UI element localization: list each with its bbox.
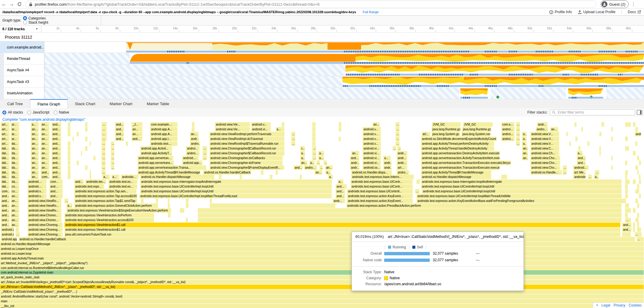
flame-segment[interactable]: com... bbox=[1, 189, 10, 194]
flame-segment[interactable] bbox=[625, 194, 628, 198]
flame-segment[interactable] bbox=[625, 161, 627, 165]
flame-segment[interactable]: an... bbox=[31, 146, 39, 151]
flame-segment[interactable]: android.os.Handler.dispatchMessage bbox=[421, 175, 491, 179]
flame-segment[interactable] bbox=[68, 151, 70, 155]
flame-segment[interactable]: an... bbox=[11, 213, 19, 218]
flame-segment[interactable]: an... bbox=[41, 165, 49, 170]
flame-graph[interactable]: art...ar...a...an...and......and..._J...… bbox=[0, 122, 644, 308]
flame-segment[interactable] bbox=[156, 199, 158, 203]
flame-segment[interactable]: android.app.A... bbox=[150, 132, 177, 136]
flame-segment[interactable]: andr... bbox=[537, 122, 548, 127]
flame-segment[interactable]: a... bbox=[383, 156, 391, 160]
flame-segment[interactable]: a... bbox=[111, 175, 119, 179]
flame-segment[interactable]: an... bbox=[325, 165, 333, 170]
flame-segment[interactable] bbox=[625, 179, 630, 184]
flame-segment[interactable]: an... bbox=[522, 146, 528, 151]
flame-segment[interactable]: android.view.ViewRo... bbox=[28, 208, 61, 213]
flame-segment[interactable]: and... bbox=[52, 151, 61, 155]
flame-segment[interactable]: androidx.test.espresso.action.Tap$1.send… bbox=[74, 199, 137, 203]
flame-segment[interactable] bbox=[68, 146, 70, 151]
flame-segment[interactable]: android.view.Choreog... bbox=[28, 232, 63, 237]
flame-segment[interactable]: android.app.ActivityThread.performDestro… bbox=[421, 141, 494, 146]
flame-segment[interactable]: ... bbox=[102, 122, 107, 127]
flame-segment[interactable] bbox=[569, 141, 571, 146]
flame-segment[interactable]: and... bbox=[52, 141, 61, 146]
flame-segment[interactable] bbox=[300, 175, 302, 179]
flame-segment[interactable] bbox=[68, 141, 70, 146]
track-activity-graph[interactable] bbox=[44, 65, 644, 76]
flame-segment[interactable]: ... bbox=[111, 151, 114, 155]
tab-marker-chart[interactable]: Marker Chart bbox=[102, 99, 140, 108]
flame-segment[interactable]: androidx.test.espresso.base.UiController… bbox=[139, 194, 332, 198]
cookie-link-legal[interactable]: Legal bbox=[601, 303, 610, 307]
flame-segment[interactable]: andr... bbox=[350, 161, 359, 165]
flame-segment[interactable]: android.view.Vie... bbox=[215, 122, 250, 127]
flame-segment[interactable]: _JNIEnv::CallStaticVoidMethod(_jclass*, … bbox=[0, 289, 644, 294]
flame-segment[interactable]: andr... bbox=[190, 137, 199, 141]
track-row-asynctask-3[interactable]: AsyncTask #3 bbox=[0, 76, 644, 87]
flame-segment[interactable]: ... bbox=[595, 170, 599, 175]
flame-segment[interactable]: andr... bbox=[383, 161, 391, 165]
flame-segment[interactable] bbox=[635, 165, 638, 170]
flame-segment[interactable]: android.vi... bbox=[251, 127, 271, 132]
flame-segment[interactable]: java.lang.System.gc bbox=[432, 132, 460, 136]
flame-segment[interactable]: and... bbox=[350, 156, 359, 160]
tab-call-tree[interactable]: Call Tree bbox=[0, 99, 30, 108]
flame-segment[interactable]: androi... bbox=[501, 137, 515, 141]
tracks-dropdown[interactable]: 6 / 110 tracks ▼ bbox=[0, 25, 41, 32]
flame-segment[interactable]: c... bbox=[300, 146, 305, 151]
flame-segment[interactable] bbox=[625, 184, 628, 189]
flame-segment[interactable] bbox=[186, 203, 188, 208]
flame-segment[interactable]: and... bbox=[115, 132, 124, 136]
flame-segment[interactable] bbox=[339, 137, 341, 141]
track-label[interactable]: AsyncTask #4 bbox=[4, 65, 44, 76]
track-activity-graph[interactable] bbox=[44, 88, 644, 99]
flame-segment[interactable]: ... bbox=[396, 137, 399, 141]
flame-segment[interactable]: an... bbox=[41, 151, 49, 155]
flame-segment[interactable] bbox=[126, 141, 128, 146]
flame-segment[interactable]: and... bbox=[132, 137, 142, 141]
flame-segment[interactable] bbox=[637, 223, 639, 227]
flame-segment[interactable]: an... bbox=[31, 141, 39, 146]
flame-segment[interactable]: an... bbox=[41, 141, 49, 146]
docs-button[interactable]: Docs bbox=[628, 10, 641, 14]
flame-segment[interactable] bbox=[633, 151, 636, 155]
flame-segment[interactable]: a... bbox=[309, 161, 314, 165]
flame-segment[interactable]: android.vi... bbox=[363, 151, 381, 155]
flame-segment[interactable]: com.android.internal.os.ZygoteInit.main bbox=[0, 270, 644, 275]
flame-segment[interactable] bbox=[198, 208, 622, 213]
flame-segment[interactable]: ... bbox=[203, 151, 207, 155]
flame-segment[interactable] bbox=[240, 175, 242, 179]
flame-segment[interactable] bbox=[574, 122, 577, 127]
flame-segment[interactable]: a... bbox=[300, 156, 305, 160]
flame-segment[interactable]: androidx.test.espresso.action.Tap.sen... bbox=[74, 189, 136, 194]
flame-segment[interactable] bbox=[633, 122, 635, 127]
flame-segment[interactable]: da... bbox=[11, 151, 19, 155]
flame-segment[interactable]: da... bbox=[11, 175, 19, 179]
track-reorder-handle[interactable] bbox=[0, 88, 4, 99]
flame-segment[interactable]: android.app.I... bbox=[150, 137, 177, 141]
flame-segment[interactable]: a... bbox=[318, 151, 324, 155]
back-icon[interactable]: ← bbox=[0, 1, 8, 7]
flame-segment[interactable]: da... bbox=[11, 141, 19, 146]
flame-segment[interactable]: art... bbox=[1, 127, 10, 132]
track-row-com-example-android-[interactable]: com.example.android… bbox=[0, 42, 644, 53]
flame-segment[interactable]: an... bbox=[41, 132, 49, 136]
flame-segment[interactable]: android.a... bbox=[1, 227, 14, 232]
flame-segment[interactable] bbox=[625, 189, 628, 194]
flame-segment[interactable]: android.a... bbox=[1, 232, 14, 237]
flame-segment[interactable] bbox=[633, 208, 636, 213]
flame-segment[interactable]: androidx.test.espresso.action.GeneralCli… bbox=[74, 203, 158, 208]
flame-segment[interactable]: JVM_GC bbox=[432, 122, 461, 127]
flame-segment[interactable] bbox=[219, 175, 221, 179]
flame-segment[interactable]: art::Me... bbox=[573, 170, 586, 175]
full-range-link[interactable]: Full Range bbox=[363, 10, 378, 14]
flame-segment[interactable]: android.app.servertransaction.ActivityTr… bbox=[421, 156, 500, 160]
flame-segment[interactable]: androidx.test.espresso.base.Interrogator… bbox=[421, 179, 622, 184]
flame-segment[interactable]: art::JNI<true>::CallStaticVoidMethodV(_J… bbox=[0, 285, 644, 289]
flame-segment[interactable] bbox=[566, 132, 568, 136]
flame-segment[interactable]: an... bbox=[11, 223, 19, 227]
flame-segment[interactable]: android.view.Choreo... bbox=[28, 218, 61, 222]
flame-segment[interactable]: android.view.Ch... bbox=[530, 151, 559, 155]
flame-segment[interactable]: com... bbox=[41, 175, 49, 179]
